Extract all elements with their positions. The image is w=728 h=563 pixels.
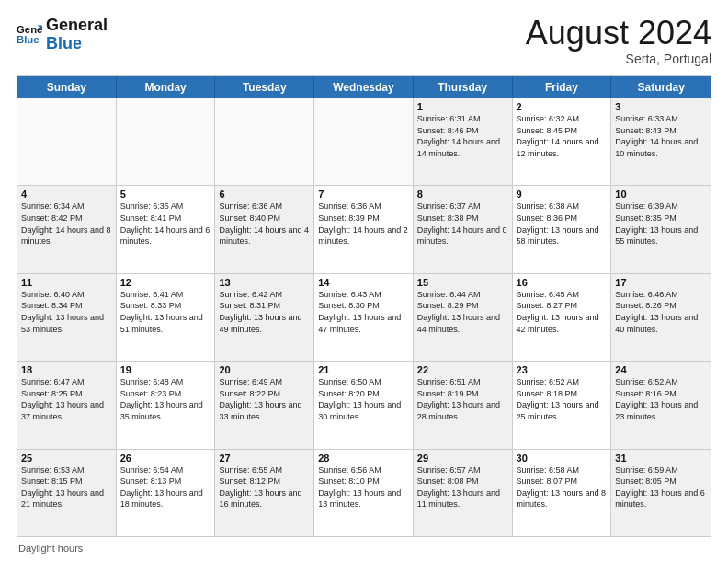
header-sunday: Sunday	[17, 76, 117, 98]
cell-info: Sunrise: 6:49 AM Sunset: 8:22 PM Dayligh…	[219, 376, 310, 422]
cell-info: Sunrise: 6:36 AM Sunset: 8:39 PM Dayligh…	[318, 201, 409, 247]
day-number: 24	[615, 364, 707, 375]
cal-cell-4-2: 19Sunrise: 6:48 AM Sunset: 8:23 PM Dayli…	[117, 362, 216, 448]
cell-info: Sunrise: 6:45 AM Sunset: 8:27 PM Dayligh…	[517, 289, 608, 335]
cal-row-3: 11Sunrise: 6:40 AM Sunset: 8:34 PM Dayli…	[17, 274, 711, 362]
cal-cell-2-3: 6Sunrise: 6:36 AM Sunset: 8:40 PM Daylig…	[215, 186, 314, 272]
day-number: 12	[120, 277, 211, 288]
header-thursday: Thursday	[414, 76, 513, 98]
cell-info: Sunrise: 6:40 AM Sunset: 8:34 PM Dayligh…	[21, 289, 112, 335]
cell-info: Sunrise: 6:31 AM Sunset: 8:46 PM Dayligh…	[417, 113, 508, 159]
cal-cell-3-6: 16Sunrise: 6:45 AM Sunset: 8:27 PM Dayli…	[513, 274, 612, 361]
day-number: 11	[21, 277, 112, 288]
cell-info: Sunrise: 6:46 AM Sunset: 8:26 PM Dayligh…	[615, 289, 707, 335]
header-saturday: Saturday	[611, 76, 711, 98]
svg-text:Blue: Blue	[17, 34, 40, 45]
day-number: 5	[120, 189, 211, 200]
cell-info: Sunrise: 6:41 AM Sunset: 8:33 PM Dayligh…	[120, 289, 211, 335]
day-number: 25	[21, 453, 112, 464]
cal-cell-5-7: 31Sunrise: 6:59 AM Sunset: 8:05 PM Dayli…	[611, 450, 711, 536]
cell-info: Sunrise: 6:36 AM Sunset: 8:40 PM Dayligh…	[219, 201, 310, 247]
cal-cell-1-4	[314, 98, 414, 185]
day-number: 6	[219, 189, 310, 200]
logo-text: General Blue	[46, 17, 108, 53]
cal-cell-5-1: 25Sunrise: 6:53 AM Sunset: 8:15 PM Dayli…	[17, 450, 117, 536]
cell-info: Sunrise: 6:42 AM Sunset: 8:31 PM Dayligh…	[219, 289, 310, 335]
cal-row-4: 18Sunrise: 6:47 AM Sunset: 8:25 PM Dayli…	[17, 362, 711, 449]
cell-info: Sunrise: 6:35 AM Sunset: 8:41 PM Dayligh…	[120, 201, 211, 247]
cal-row-1: 1Sunrise: 6:31 AM Sunset: 8:46 PM Daylig…	[17, 98, 711, 186]
cell-info: Sunrise: 6:52 AM Sunset: 8:16 PM Dayligh…	[615, 376, 707, 422]
day-number: 2	[517, 101, 608, 112]
cell-info: Sunrise: 6:56 AM Sunset: 8:10 PM Dayligh…	[318, 465, 409, 511]
cal-cell-2-7: 10Sunrise: 6:39 AM Sunset: 8:35 PM Dayli…	[611, 186, 711, 272]
day-number: 8	[417, 189, 508, 200]
cell-info: Sunrise: 6:55 AM Sunset: 8:12 PM Dayligh…	[219, 465, 310, 511]
header-tuesday: Tuesday	[215, 76, 314, 98]
day-number: 21	[318, 364, 409, 375]
cell-info: Sunrise: 6:47 AM Sunset: 8:25 PM Dayligh…	[21, 376, 112, 422]
day-number: 7	[318, 189, 409, 200]
day-number: 30	[517, 453, 608, 464]
header-friday: Friday	[513, 76, 612, 98]
cal-cell-1-7: 3Sunrise: 6:33 AM Sunset: 8:43 PM Daylig…	[611, 98, 711, 185]
day-number: 31	[615, 453, 707, 464]
cal-cell-2-4: 7Sunrise: 6:36 AM Sunset: 8:39 PM Daylig…	[314, 186, 414, 272]
calendar: Sunday Monday Tuesday Wednesday Thursday…	[17, 75, 711, 537]
day-number: 16	[517, 277, 608, 288]
header-monday: Monday	[117, 76, 216, 98]
cell-info: Sunrise: 6:53 AM Sunset: 8:15 PM Dayligh…	[21, 465, 112, 511]
cal-cell-1-5: 1Sunrise: 6:31 AM Sunset: 8:46 PM Daylig…	[414, 98, 513, 185]
cal-cell-4-6: 23Sunrise: 6:52 AM Sunset: 8:18 PM Dayli…	[513, 362, 612, 448]
cell-info: Sunrise: 6:34 AM Sunset: 8:42 PM Dayligh…	[21, 201, 112, 247]
cal-cell-3-2: 12Sunrise: 6:41 AM Sunset: 8:33 PM Dayli…	[117, 274, 216, 361]
day-number: 15	[417, 277, 508, 288]
cal-cell-5-2: 26Sunrise: 6:54 AM Sunset: 8:13 PM Dayli…	[117, 450, 216, 536]
logo-general: General	[46, 16, 108, 34]
cell-info: Sunrise: 6:33 AM Sunset: 8:43 PM Dayligh…	[615, 113, 707, 159]
day-number: 17	[615, 277, 707, 288]
cal-row-2: 4Sunrise: 6:34 AM Sunset: 8:42 PM Daylig…	[17, 186, 711, 273]
month-title: August 2024	[526, 17, 711, 50]
day-number: 27	[219, 453, 310, 464]
cal-cell-1-2	[117, 98, 216, 185]
cal-cell-1-6: 2Sunrise: 6:32 AM Sunset: 8:45 PM Daylig…	[513, 98, 612, 185]
cell-info: Sunrise: 6:50 AM Sunset: 8:20 PM Dayligh…	[318, 376, 409, 422]
cal-cell-1-1	[17, 98, 117, 185]
cell-info: Sunrise: 6:51 AM Sunset: 8:19 PM Dayligh…	[417, 376, 508, 422]
cell-info: Sunrise: 6:44 AM Sunset: 8:29 PM Dayligh…	[417, 289, 508, 335]
cal-cell-5-5: 29Sunrise: 6:57 AM Sunset: 8:08 PM Dayli…	[414, 450, 513, 536]
day-number: 20	[219, 364, 310, 375]
cal-cell-2-2: 5Sunrise: 6:35 AM Sunset: 8:41 PM Daylig…	[117, 186, 216, 272]
footer-note: Daylight hours	[17, 543, 711, 554]
cell-info: Sunrise: 6:43 AM Sunset: 8:30 PM Dayligh…	[318, 289, 409, 335]
cell-info: Sunrise: 6:54 AM Sunset: 8:13 PM Dayligh…	[120, 465, 211, 511]
cal-cell-3-1: 11Sunrise: 6:40 AM Sunset: 8:34 PM Dayli…	[17, 274, 117, 361]
cal-cell-2-5: 8Sunrise: 6:37 AM Sunset: 8:38 PM Daylig…	[414, 186, 513, 272]
cell-info: Sunrise: 6:38 AM Sunset: 8:36 PM Dayligh…	[517, 201, 608, 247]
cell-info: Sunrise: 6:59 AM Sunset: 8:05 PM Dayligh…	[615, 465, 707, 511]
calendar-body: 1Sunrise: 6:31 AM Sunset: 8:46 PM Daylig…	[17, 98, 711, 536]
cal-cell-5-6: 30Sunrise: 6:58 AM Sunset: 8:07 PM Dayli…	[513, 450, 612, 536]
cal-cell-4-1: 18Sunrise: 6:47 AM Sunset: 8:25 PM Dayli…	[17, 362, 117, 448]
cal-row-5: 25Sunrise: 6:53 AM Sunset: 8:15 PM Dayli…	[17, 450, 711, 536]
cal-cell-3-5: 15Sunrise: 6:44 AM Sunset: 8:29 PM Dayli…	[414, 274, 513, 361]
day-number: 3	[615, 101, 707, 112]
day-number: 19	[120, 364, 211, 375]
header-wednesday: Wednesday	[314, 76, 414, 98]
cal-cell-2-1: 4Sunrise: 6:34 AM Sunset: 8:42 PM Daylig…	[17, 186, 117, 272]
cal-cell-1-3	[215, 98, 314, 185]
cal-cell-5-3: 27Sunrise: 6:55 AM Sunset: 8:12 PM Dayli…	[215, 450, 314, 536]
cell-info: Sunrise: 6:32 AM Sunset: 8:45 PM Dayligh…	[517, 113, 608, 159]
cell-info: Sunrise: 6:48 AM Sunset: 8:23 PM Dayligh…	[120, 376, 211, 422]
cal-cell-4-5: 22Sunrise: 6:51 AM Sunset: 8:19 PM Dayli…	[414, 362, 513, 448]
location: Serta, Portugal	[526, 52, 711, 66]
day-number: 26	[120, 453, 211, 464]
header-right: August 2024 Serta, Portugal	[526, 17, 711, 66]
calendar-header: Sunday Monday Tuesday Wednesday Thursday…	[17, 76, 711, 98]
day-number: 4	[21, 189, 112, 200]
cell-info: Sunrise: 6:58 AM Sunset: 8:07 PM Dayligh…	[517, 465, 608, 511]
cal-cell-5-4: 28Sunrise: 6:56 AM Sunset: 8:10 PM Dayli…	[314, 450, 414, 536]
logo: General Blue General Blue	[17, 17, 108, 53]
day-number: 10	[615, 189, 707, 200]
